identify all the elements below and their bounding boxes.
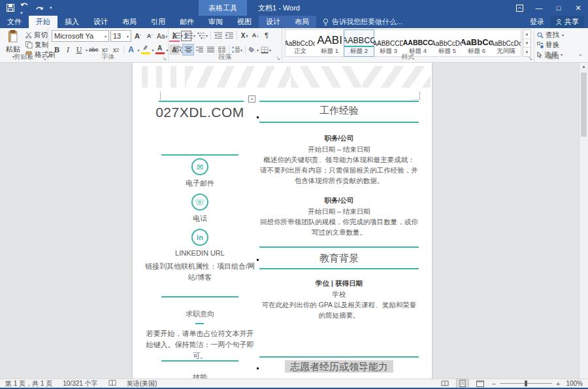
job1-dates[interactable]: 开始日期 – 结束日期	[259, 144, 419, 154]
styles-scroll-up[interactable]: ▲	[523, 30, 531, 39]
ribbon-home: 粘贴 ▾ 剪切 复制 格式刷 剪贴板 ↘ Microsoft Ya▾ 13▾ A…	[0, 28, 588, 63]
tab-home[interactable]: 开始	[29, 16, 57, 28]
education-desc[interactable]: 可在此处列出你的 GPA 以及相关课程、奖励和荣誉的简短摘要。	[259, 299, 419, 320]
tab-view[interactable]: 视图	[230, 16, 259, 28]
print-layout-button[interactable]	[457, 379, 468, 388]
font-size-combo[interactable]: 13▾	[110, 30, 131, 42]
section-divider	[259, 356, 419, 358]
margin-mark-right	[412, 92, 420, 100]
zoom-in-button[interactable]: +	[556, 380, 560, 388]
tab-layout[interactable]: 布局	[115, 16, 144, 28]
job2-dates[interactable]: 开始日期 – 结束日期	[259, 206, 419, 216]
multilevel-list-icon	[197, 32, 205, 39]
decrease-indent-button[interactable]	[213, 30, 223, 41]
ribbon-display-options-icon[interactable]	[510, 0, 529, 16]
table-move-handle[interactable]: +	[248, 95, 255, 103]
numbering-icon	[185, 32, 193, 39]
save-icon[interactable]	[7, 4, 14, 12]
paste-icon	[7, 30, 20, 43]
word-count[interactable]: 10/321 个字	[63, 379, 97, 388]
numbering-button[interactable]: ▾	[184, 30, 196, 41]
volunteer-title[interactable]: 志愿者经历或领导能力	[259, 361, 419, 373]
linkedin-label[interactable]: LINKEDIN URL	[144, 249, 255, 257]
language-indicator[interactable]: 英语(美国)	[127, 379, 157, 388]
tab-review[interactable]: 审阅	[201, 16, 230, 28]
highlighter-icon	[142, 44, 148, 50]
margin-mark-left	[160, 92, 161, 100]
tab-file[interactable]: 文件	[0, 16, 29, 28]
sign-in-link[interactable]: 登录	[530, 17, 544, 27]
increase-indent-button[interactable]	[224, 30, 235, 41]
tab-references[interactable]: 引用	[144, 16, 172, 28]
undo-button[interactable]: ▾	[20, 1, 29, 16]
show-hide-marks-button[interactable]: ¶	[261, 30, 272, 41]
shrink-font-button[interactable]: Aˇ	[144, 31, 155, 41]
zoom-slider-thumb[interactable]	[525, 381, 527, 386]
customize-qat-icon[interactable]: ▾	[50, 5, 52, 10]
education-school[interactable]: 学校	[259, 289, 419, 299]
window-controls: — □ ✕	[510, 0, 588, 16]
document-page[interactable]: + 027XDL.COM ✉ 电子邮件 ☏ 电话 in LINKEDIN URL…	[133, 63, 432, 381]
zoom-slider[interactable]: − +	[492, 380, 561, 388]
collapse-ribbon-button[interactable]: ⌃	[578, 54, 583, 60]
job1-role[interactable]: 职务/公司	[259, 133, 419, 143]
search-icon	[537, 32, 544, 39]
objective-body[interactable]: 若要开始，请单击占位符文本并开始键入。保持简洁：一两个句子即可。	[144, 328, 255, 362]
experience-title[interactable]: 工作经验	[259, 105, 419, 116]
job1-desc[interactable]: 概述你的关键职责、领导能力体现和最主要成就： 请不要列出所有内容；只需保留相关的…	[259, 154, 419, 186]
grow-font-button[interactable]: Aˆ	[133, 31, 143, 41]
paragraph-dialog-launcher[interactable]: ↘	[276, 56, 280, 61]
proofing-icon[interactable]	[108, 380, 116, 388]
find-button[interactable]: 查找▾	[537, 30, 564, 40]
scissors-icon	[25, 32, 32, 39]
bullets-button[interactable]: ▾	[172, 30, 184, 41]
vertical-scrollbar[interactable]: ▲	[579, 63, 588, 381]
links-note[interactable]: 链接到其他联机属性：项目组合/网站/博客	[144, 261, 255, 283]
education-title[interactable]: 教育背景	[259, 252, 419, 264]
tab-mailings[interactable]: 邮件	[172, 16, 201, 28]
change-case-button[interactable]: Aa▾	[156, 31, 168, 41]
education-degree[interactable]: 学位 | 获得日期	[259, 278, 419, 288]
font-name-combo[interactable]: Microsoft Ya▾	[52, 30, 109, 42]
scrollbar-thumb[interactable]	[581, 73, 587, 137]
header-pattern-graphic	[142, 66, 431, 88]
brand-title[interactable]: 027XDL.COM	[144, 105, 255, 120]
clipboard-dialog-launcher[interactable]: ↘	[42, 56, 46, 61]
objective-title[interactable]: 求职意向	[144, 309, 255, 319]
bullets-icon	[172, 32, 180, 39]
table-border-right-top	[259, 101, 419, 102]
tab-table-layout[interactable]: 布局	[287, 16, 316, 28]
linkedin-icon: in	[191, 229, 208, 246]
multilevel-list-button[interactable]: ▾	[197, 30, 208, 41]
job2-desc[interactable]: 回想你所带领团队的规模，你完成的项目数量，或你写过的文章数量。	[259, 216, 419, 237]
objective-dash	[195, 323, 204, 324]
close-button[interactable]: ✕	[568, 0, 588, 16]
font-dialog-launcher[interactable]: ↘	[162, 56, 167, 61]
tab-table-design[interactable]: 设计	[259, 16, 287, 28]
styles-dialog-launcher[interactable]: ↘	[528, 56, 532, 61]
zoom-percentage[interactable]: 100%	[566, 380, 583, 387]
ribbon-tab-row: 文件 开始 插入 设计 布局 引用 邮件 审阅 视图 设计 布局 告诉我您想要做…	[0, 16, 588, 28]
minimize-button[interactable]: —	[529, 0, 549, 16]
redo-icon[interactable]	[35, 5, 44, 12]
job2-role[interactable]: 职务/公司	[259, 195, 419, 205]
tell-me-text: 告诉我您想要做什么...	[332, 17, 402, 27]
phone-label[interactable]: 电话	[144, 214, 255, 224]
zoom-out-button[interactable]: −	[492, 380, 496, 388]
sort-button[interactable]: A↓	[250, 30, 261, 41]
email-label[interactable]: 电子邮件	[144, 178, 255, 188]
scroll-up-arrow[interactable]: ▲	[580, 64, 588, 69]
share-button[interactable]: 共享	[551, 16, 584, 28]
tab-design[interactable]: 设计	[86, 16, 115, 28]
tab-insert[interactable]: 插入	[57, 16, 86, 28]
page-indicator[interactable]: 第 1 页，共 1 页	[5, 379, 52, 388]
web-layout-button[interactable]	[474, 379, 486, 388]
phone-icon: ☏	[191, 194, 208, 211]
maximize-button[interactable]: □	[549, 0, 568, 16]
tell-me-box[interactable]: 告诉我您想要做什么...	[316, 16, 409, 28]
person-icon	[556, 19, 562, 25]
read-mode-button[interactable]	[439, 379, 451, 388]
asian-layout-button[interactable]: X▾	[239, 30, 250, 41]
styles-scroll-down[interactable]: ▼	[523, 39, 531, 48]
replace-button[interactable]: 替换	[537, 40, 564, 50]
